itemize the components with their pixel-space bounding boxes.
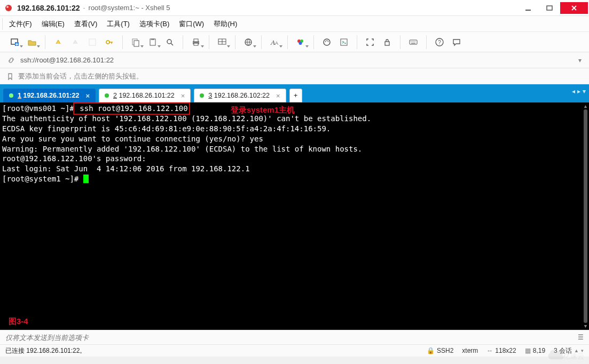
menu-help[interactable]: 帮助(H) — [214, 19, 237, 29]
compose-input[interactable] — [5, 334, 578, 342]
session-tab-1[interactable]: 1 192.168.26.101:22 × — [3, 89, 96, 102]
font-button[interactable]: AA — [267, 35, 282, 50]
svg-point-22 — [299, 42, 302, 45]
terminal-line: Warning: Permanently added '192.168.122.… — [2, 144, 587, 154]
tab-label: 192.168.26.101:22 — [23, 92, 79, 99]
svg-point-23 — [324, 39, 330, 45]
menu-view[interactable]: 查看(V) — [74, 19, 97, 29]
address-dropdown-icon[interactable]: ▾ — [578, 57, 582, 64]
new-session-button[interactable] — [7, 35, 22, 50]
session-tab-2[interactable]: 2 192.168.26.101:22 × — [99, 89, 191, 102]
status-term-type: xterm — [462, 347, 478, 354]
maximize-button[interactable] — [539, 2, 560, 14]
terminal-scrollbar[interactable]: ▲ ▼ — [584, 104, 587, 328]
annotation-login: 登录system1主机 — [231, 105, 295, 115]
svg-rect-6 — [89, 39, 96, 45]
new-tab-button[interactable]: + — [289, 89, 302, 102]
svg-rect-9 — [134, 41, 139, 46]
menu-edit[interactable]: 编辑(E) — [42, 19, 65, 29]
svg-rect-11 — [151, 38, 154, 40]
paste-button[interactable] — [145, 35, 160, 50]
status-cursor: 8,19 — [533, 347, 545, 354]
tab-index: 3 — [208, 92, 212, 99]
status-dot-icon — [9, 93, 13, 98]
scroll-thumb[interactable] — [584, 109, 587, 323]
bookmark-icon[interactable] — [6, 73, 14, 80]
disconnect-button[interactable] — [68, 35, 83, 50]
status-protocol: SSH2 — [437, 347, 453, 354]
menu-tab[interactable]: 选项卡(B) — [139, 19, 169, 29]
print-button[interactable] — [189, 35, 203, 50]
svg-text:A: A — [270, 38, 275, 46]
properties-button[interactable] — [85, 35, 100, 50]
titlebar-subtitle: root@system1:~ - Xshell 5 — [89, 4, 170, 12]
hint-text: 要添加当前会话，点击左侧的箭头按钮。 — [18, 72, 143, 81]
titlebar-host: 192.168.26.101:22 — [17, 4, 80, 12]
svg-rect-2 — [525, 10, 531, 11]
terminal-output[interactable]: [root@vms001 ~]# ssh root@192.168.122.10… — [0, 102, 589, 330]
compose-bar: ☰ — [0, 330, 589, 345]
keyboard-button[interactable] — [406, 35, 421, 50]
svg-text:A: A — [275, 41, 278, 46]
close-button[interactable] — [560, 2, 588, 14]
fullscreen-button[interactable] — [363, 35, 378, 50]
prompt: [root@vms001 ~]# — [2, 104, 74, 113]
menu-window[interactable]: 窗口(W) — [179, 19, 204, 29]
svg-rect-15 — [194, 43, 198, 45]
resize-icon: ↔ — [486, 347, 493, 354]
reconnect-button[interactable] — [51, 35, 66, 50]
terminal-cursor — [83, 175, 89, 183]
svg-rect-25 — [385, 42, 389, 45]
tab-close-icon[interactable]: × — [181, 92, 185, 100]
tab-menu-icon[interactable]: ▾ — [583, 88, 586, 95]
feedback-button[interactable] — [449, 35, 464, 50]
terminal-line: Last login: Sat Jun 4 14:12:06 2016 from… — [2, 164, 587, 174]
titlebar-sep: - — [83, 4, 85, 12]
annotation-figure: 图3-4 — [9, 316, 28, 327]
lock-button[interactable] — [380, 35, 395, 50]
tab-close-icon[interactable]: × — [85, 92, 90, 100]
key-button[interactable] — [102, 35, 117, 50]
svg-rect-3 — [547, 6, 552, 10]
tab-label: 192.168.26.101:22 — [119, 92, 174, 99]
address-url[interactable]: ssh://root@192.168.26.101:22 — [20, 56, 114, 64]
app-icon — [4, 4, 13, 12]
svg-point-1 — [6, 6, 9, 8]
open-session-button[interactable] — [25, 35, 40, 50]
menu-file[interactable]: 文件(F) — [9, 19, 32, 29]
layout-button[interactable] — [215, 35, 230, 50]
find-button[interactable] — [162, 35, 177, 50]
status-bar: 已连接 192.168.26.101:22。 🔒SSH2 xterm ↔118x… — [0, 345, 589, 357]
terminal-line: [root@system1 ~]# — [2, 175, 83, 183]
session-tabstrip: 1 192.168.26.101:22 × 2 192.168.26.101:2… — [0, 84, 589, 102]
menu-tools[interactable]: 工具(T) — [107, 19, 130, 29]
tab-next-icon[interactable]: ▸ — [577, 88, 580, 95]
tab-index: 2 — [113, 92, 117, 99]
minimize-button[interactable] — [517, 2, 539, 14]
tab-close-icon[interactable]: × — [276, 92, 280, 100]
session-tab-3[interactable]: 3 192.168.26.102:22 × — [194, 89, 286, 102]
window-titlebar: 192.168.26.101:22 - root@system1:~ - Xsh… — [0, 0, 589, 16]
svg-point-7 — [106, 41, 109, 44]
tab-label: 192.168.26.102:22 — [214, 92, 270, 99]
compose-menu-icon[interactable]: ☰ — [578, 334, 584, 341]
user-key-button[interactable] — [319, 35, 334, 50]
terminal-line: root@192.168.122.100's password: — [2, 154, 587, 164]
encoding-button[interactable] — [241, 35, 256, 50]
scroll-down-icon[interactable]: ▼ — [583, 323, 588, 329]
address-bar: ssh://root@192.168.26.101:22 ▾ — [0, 52, 589, 68]
scroll-up-icon[interactable]: ▲ — [583, 104, 588, 109]
grid-icon: ▦ — [525, 347, 531, 354]
terminal-line: ECDSA key fingerprint is 45:c6:4d:69:81:… — [2, 124, 587, 134]
status-dot-icon — [200, 93, 204, 98]
main-toolbar: AA ? — [0, 32, 589, 52]
help-button[interactable]: ? — [432, 35, 447, 50]
menu-bar: 文件(F) 编辑(E) 查看(V) 工具(T) 选项卡(B) 窗口(W) 帮助(… — [0, 16, 589, 32]
color-button[interactable] — [293, 35, 308, 50]
tab-index: 1 — [18, 92, 21, 99]
script-button[interactable] — [336, 35, 351, 50]
status-connection: 已连接 192.168.26.101:22。 — [5, 346, 86, 355]
svg-rect-14 — [194, 39, 198, 42]
tab-prev-icon[interactable]: ◂ — [572, 88, 575, 95]
copy-button[interactable] — [128, 35, 143, 50]
